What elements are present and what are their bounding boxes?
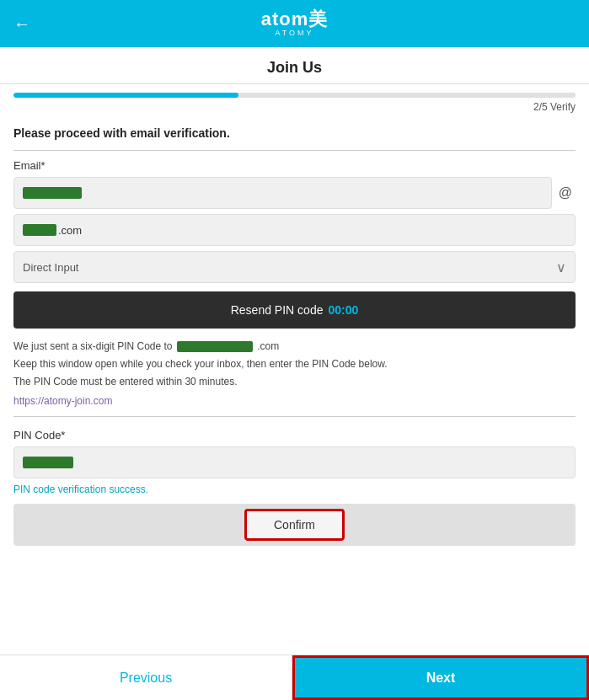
page-title: Join Us	[0, 59, 589, 77]
pin-code-label: PIN Code*	[13, 429, 576, 441]
email-field-label: Email*	[13, 159, 576, 172]
app-logo: atom美 ATOMY	[261, 10, 329, 37]
email-domain-input[interactable]: .com	[13, 214, 576, 246]
progress-bar-fill	[13, 93, 238, 98]
logo-sub-text: ATOMY	[275, 29, 313, 37]
select-label: Direct Input	[23, 261, 78, 274]
previous-button[interactable]: Previous	[0, 655, 292, 700]
pin-code-input[interactable]	[13, 446, 576, 478]
atomy-join-link[interactable]: https://atomy-join.com	[13, 395, 112, 407]
next-button[interactable]: Next	[292, 655, 589, 700]
email-masked-info	[177, 341, 253, 352]
footer-navigation: Previous Next	[0, 655, 589, 700]
domain-masked	[23, 224, 56, 236]
progress-bar-background	[13, 93, 576, 98]
username-masked	[23, 187, 82, 199]
at-symbol: @	[555, 185, 576, 200]
main-content: Join Us 2/5 Verify Please proceed with e…	[0, 47, 589, 655]
info-line-3: The PIN Code must be entered within 30 m…	[13, 374, 576, 390]
confirm-button[interactable]: Confirm	[244, 509, 345, 541]
back-button[interactable]: ←	[13, 14, 30, 34]
logo-main-text: atom美	[261, 10, 329, 29]
domain-suffix: .com	[58, 224, 82, 237]
info-line-2: Keep this window open while you check yo…	[13, 356, 576, 372]
app-header: ← atom美 ATOMY	[0, 0, 589, 47]
email-username-row: @	[13, 177, 576, 209]
resend-pin-button[interactable]: Resend PIN code 00:00	[13, 291, 576, 329]
divider-2	[13, 416, 576, 417]
progress-section: 2/5 Verify	[0, 84, 589, 116]
progress-label: 2/5 Verify	[13, 101, 576, 113]
pin-masked-value	[23, 457, 73, 468]
divider-1	[13, 150, 576, 151]
resend-btn-label: Resend PIN code	[231, 303, 324, 317]
instruction-text: Please proceed with email verification.	[13, 126, 576, 140]
email-username-input[interactable]	[13, 177, 552, 209]
form-section: Please proceed with email verification. …	[0, 116, 589, 655]
page-title-section: Join Us	[0, 47, 589, 84]
resend-timer: 00:00	[328, 303, 358, 317]
chevron-down-icon: ∨	[556, 259, 566, 275]
domain-select[interactable]: Direct Input ∨	[13, 251, 576, 283]
confirm-area: Confirm	[13, 504, 576, 546]
info-line-1: We just sent a six-digit PIN Code to .co…	[13, 339, 576, 355]
pin-success-message: PIN code verification success.	[13, 484, 576, 495]
